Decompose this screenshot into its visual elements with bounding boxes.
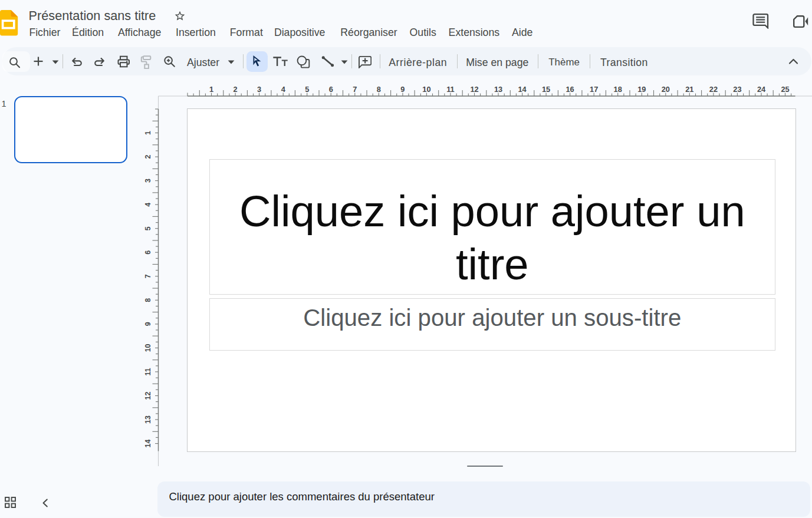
svg-text:11: 11 <box>446 85 455 94</box>
svg-text:16: 16 <box>566 85 574 94</box>
svg-text:10: 10 <box>422 85 430 94</box>
svg-text:13: 13 <box>494 85 502 94</box>
svg-text:12: 12 <box>144 392 152 400</box>
svg-text:14: 14 <box>144 440 152 448</box>
svg-text:14: 14 <box>518 85 527 94</box>
svg-text:13: 13 <box>144 415 152 424</box>
svg-text:15: 15 <box>542 85 550 94</box>
svg-text:11: 11 <box>144 368 152 375</box>
svg-text:7: 7 <box>144 274 152 278</box>
svg-text:6: 6 <box>329 85 333 94</box>
svg-text:18: 18 <box>614 85 622 94</box>
svg-text:5: 5 <box>305 85 309 94</box>
svg-text:9: 9 <box>400 85 405 94</box>
svg-text:22: 22 <box>709 85 718 94</box>
svg-text:8: 8 <box>144 298 152 302</box>
svg-text:23: 23 <box>733 85 741 94</box>
svg-text:10: 10 <box>144 344 152 352</box>
svg-text:8: 8 <box>377 85 381 94</box>
svg-text:17: 17 <box>590 85 598 94</box>
svg-text:3: 3 <box>257 85 261 94</box>
svg-text:5: 5 <box>144 226 152 230</box>
svg-text:21: 21 <box>685 85 693 94</box>
svg-text:2: 2 <box>234 85 238 94</box>
svg-text:4: 4 <box>144 203 152 207</box>
svg-text:12: 12 <box>470 85 478 94</box>
svg-text:24: 24 <box>757 85 766 94</box>
svg-text:1: 1 <box>144 131 152 135</box>
svg-text:9: 9 <box>144 322 152 326</box>
svg-text:1: 1 <box>209 85 213 94</box>
svg-text:6: 6 <box>144 250 152 255</box>
svg-text:4: 4 <box>281 85 286 94</box>
svg-text:7: 7 <box>353 85 357 94</box>
svg-text:20: 20 <box>662 85 670 94</box>
svg-text:2: 2 <box>144 155 152 159</box>
svg-text:25: 25 <box>781 85 789 94</box>
svg-text:3: 3 <box>144 179 152 183</box>
svg-text:19: 19 <box>637 85 646 94</box>
